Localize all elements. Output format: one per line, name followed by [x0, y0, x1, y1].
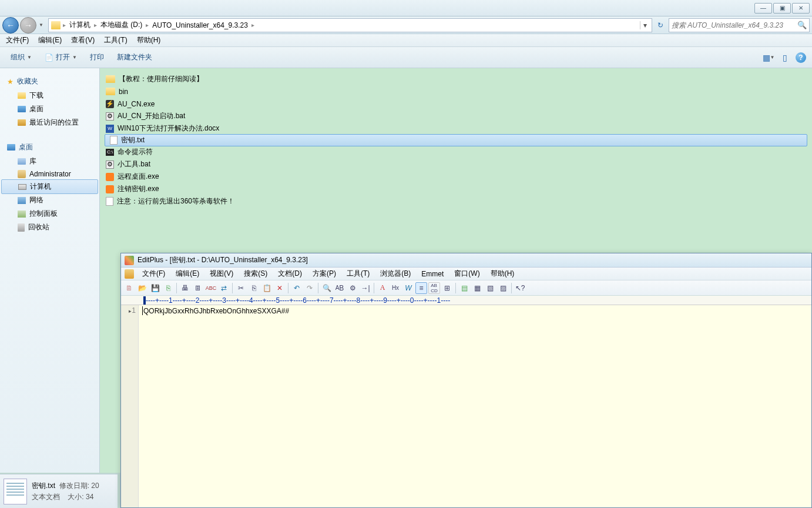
breadcrumb-dropdown[interactable]: ▾: [640, 21, 649, 29]
ep-menu-emmet[interactable]: Emmet: [419, 269, 446, 279]
search-icon[interactable]: 🔍: [797, 21, 807, 29]
spellcheck-icon[interactable]: ABC: [205, 282, 217, 294]
ep-menu-view[interactable]: 视图(V): [207, 268, 236, 280]
bookmark-icon[interactable]: ▤: [458, 282, 470, 294]
font-icon[interactable]: A: [377, 282, 388, 294]
file-row[interactable]: 远程桌面.exe: [100, 171, 812, 183]
sidebar-item-computer[interactable]: 计算机: [1, 179, 98, 194]
sidebar-item-desktop-fav[interactable]: 桌面: [0, 102, 99, 116]
file-row[interactable]: 注意：运行前先退出360等杀毒软件！: [100, 195, 812, 208]
close-button[interactable]: ✕: [792, 3, 810, 14]
ep-menu-search[interactable]: 搜索(S): [241, 268, 270, 280]
sidebar-item-downloads[interactable]: 下载: [0, 89, 99, 102]
ruler-icon[interactable]: ⊞: [441, 282, 453, 294]
wordwrap-icon[interactable]: W: [402, 282, 414, 294]
open-file-icon[interactable]: 📂: [136, 282, 148, 294]
help-cursor-icon[interactable]: ↖?: [514, 282, 526, 294]
find-in-files-icon[interactable]: ⚙: [347, 282, 358, 294]
copy-icon[interactable]: ⎘: [248, 282, 260, 294]
help-icon[interactable]: ?: [796, 52, 806, 63]
paste-icon[interactable]: 📋: [261, 282, 273, 294]
star-icon: ★: [7, 78, 14, 86]
sidebar-favorites-header[interactable]: ★收藏夹: [0, 74, 99, 89]
folder-icon: [106, 75, 115, 83]
print-button[interactable]: 打印: [85, 50, 109, 65]
column-marker-icon[interactable]: ABCD: [428, 282, 440, 294]
library-icon: [18, 158, 26, 165]
search-box[interactable]: 🔍: [669, 18, 810, 32]
editor-text[interactable]: QORkjJbGxxRhGJhbRxebOnGhhxeSXXGA##: [139, 305, 293, 507]
menu-help[interactable]: 帮助(H): [135, 34, 163, 46]
clip-library-icon[interactable]: ▧: [484, 282, 496, 294]
directory-icon[interactable]: ▨: [497, 282, 509, 294]
hex-icon[interactable]: Hx: [390, 282, 401, 294]
preview-pane-icon[interactable]: ▯: [779, 52, 791, 63]
file-row[interactable]: ⚙小工具.bat: [100, 158, 812, 171]
sidebar-desktop-header[interactable]: 桌面: [0, 140, 99, 155]
newfolder-button[interactable]: 新建文件夹: [112, 50, 157, 65]
editplus-menubar: 文件(F) 编辑(E) 视图(V) 搜索(S) 文档(D) 方案(P) 工具(T…: [121, 268, 811, 280]
sidebar-item-libraries[interactable]: 库: [0, 155, 99, 168]
back-button[interactable]: ←: [2, 17, 19, 34]
menu-tools[interactable]: 工具(T): [102, 34, 129, 46]
linenumber-icon[interactable]: ≡: [415, 282, 427, 294]
txt-icon: [110, 136, 118, 145]
file-row[interactable]: bin: [100, 85, 812, 98]
open-button[interactable]: 📄打开▼: [40, 50, 82, 65]
file-row[interactable]: ⚙AU_CN_开始启动.bat: [100, 110, 812, 122]
ep-menu-browser[interactable]: 浏览器(B): [378, 268, 413, 280]
save-icon[interactable]: 💾: [149, 282, 161, 294]
nav-history-dropdown[interactable]: ▼: [38, 17, 45, 34]
cut-icon[interactable]: ✂: [235, 282, 247, 294]
breadcrumb[interactable]: ▸ 计算机 ▸ 本地磁盘 (D:) ▸ AUTO_Uninstaller_x64…: [48, 18, 652, 32]
ep-menu-window[interactable]: 窗口(W): [452, 268, 482, 280]
menu-file[interactable]: 文件(F): [4, 34, 31, 46]
delete-icon[interactable]: ✕: [274, 282, 286, 294]
print-preview-icon[interactable]: 🗏: [192, 282, 204, 294]
browser-icon[interactable]: ⇄: [218, 282, 230, 294]
find-icon[interactable]: 🔍: [321, 282, 333, 294]
forward-button[interactable]: →: [20, 17, 36, 34]
ep-menu-tools[interactable]: 工具(T): [344, 268, 372, 280]
view-options-icon[interactable]: ▦ ▼: [763, 52, 774, 63]
sidebar-item-recent[interactable]: 最近访问的位置: [0, 116, 99, 129]
ep-menu-edit[interactable]: 编辑(E): [173, 268, 202, 280]
save-all-icon[interactable]: ⎘: [162, 282, 174, 294]
sidebar-item-admin[interactable]: Administrator: [0, 168, 99, 180]
desktop-icon: [7, 144, 15, 151]
replace-icon[interactable]: AB: [334, 282, 345, 294]
menu-edit[interactable]: 编辑(E): [36, 34, 64, 46]
menu-view[interactable]: 查看(V): [69, 34, 97, 46]
ep-menu-help[interactable]: 帮助(H): [488, 268, 517, 280]
maximize-button[interactable]: ▣: [773, 3, 791, 14]
organize-button[interactable]: 组织▼: [6, 50, 36, 65]
ep-menu-project[interactable]: 方案(P): [310, 268, 338, 280]
sidebar-item-controlpanel[interactable]: 控制面板: [0, 207, 99, 220]
editplus-editor[interactable]: ▸1 QORkjJbGxxRhGJhbRxebOnGhhxeSXXGA##: [121, 305, 811, 507]
ep-menu-file[interactable]: 文件(F): [140, 268, 167, 280]
sidebar-item-network[interactable]: 网络: [0, 193, 99, 207]
refresh-button[interactable]: ↻: [653, 18, 667, 32]
goto-icon[interactable]: →|: [360, 282, 371, 294]
ep-menu-document[interactable]: 文档(D): [276, 268, 304, 280]
file-name: AU_CN_开始启动.bat: [118, 111, 185, 121]
file-row[interactable]: C:\命令提示符: [100, 146, 812, 158]
file-row[interactable]: 密钥.txt: [105, 134, 807, 146]
file-row[interactable]: 注销密钥.exe: [100, 183, 812, 195]
file-row[interactable]: ⚡AU_CN.exe: [100, 98, 812, 110]
breadcrumb-item-computer[interactable]: 计算机: [68, 20, 92, 30]
minimize-button[interactable]: —: [754, 3, 772, 14]
next-bookmark-icon[interactable]: ▦: [471, 282, 483, 294]
new-file-icon[interactable]: 🗎: [123, 282, 135, 294]
breadcrumb-item-drive[interactable]: 本地磁盘 (D:): [99, 20, 143, 30]
undo-icon[interactable]: ↶: [291, 282, 303, 294]
file-row[interactable]: WWIN10下无法打开解决办法.docx: [100, 122, 812, 135]
file-name: 小工具.bat: [118, 159, 150, 169]
breadcrumb-item-folder[interactable]: AUTO_Uninstaller_x64_9.3.23: [151, 21, 249, 29]
editplus-titlebar[interactable]: EditPlus - [密钥.txt - D:\AUTO_Uninstaller…: [121, 253, 811, 268]
file-row[interactable]: 【教程：使用前仔细阅读】: [100, 73, 812, 85]
redo-icon[interactable]: ↷: [304, 282, 316, 294]
sidebar-item-recyclebin[interactable]: 回收站: [0, 220, 99, 234]
print-icon[interactable]: 🖶: [179, 282, 191, 294]
search-input[interactable]: [672, 21, 797, 29]
